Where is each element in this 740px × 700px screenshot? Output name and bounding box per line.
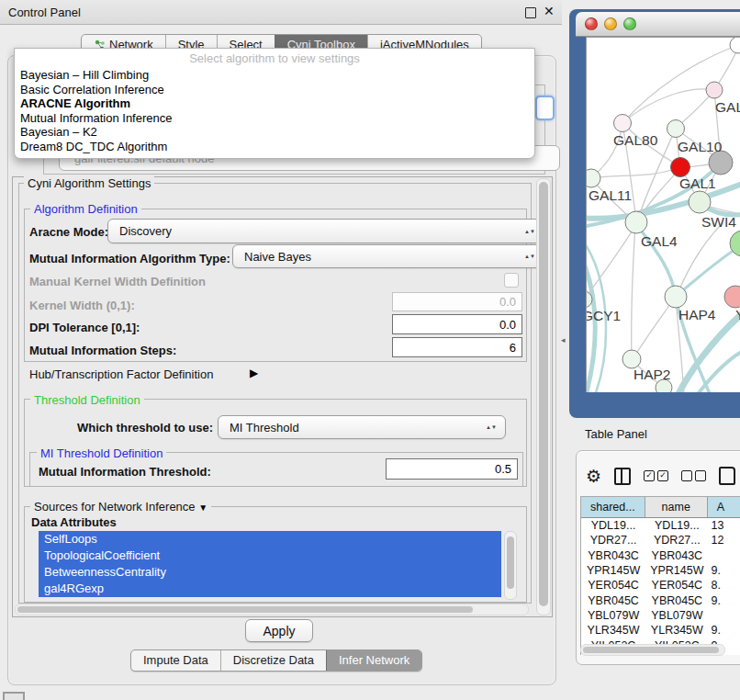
table-cell: YLR345W (581, 623, 645, 638)
node-label-SWI4: SWI4 (701, 214, 736, 230)
network-edge[interactable] (633, 298, 675, 358)
data-attribute-item[interactable]: gal4RGexp (39, 581, 501, 597)
algorithm-option[interactable]: Mutual Information Inference (19, 111, 530, 126)
tab-impute-data[interactable]: Impute Data (131, 650, 220, 671)
dpi-tolerance-label: DPI Tolerance [0,1]: (29, 321, 140, 334)
data-attribute-item[interactable]: SelfLoops (39, 531, 501, 548)
collapse-arrow-icon[interactable]: ▼ (198, 502, 207, 513)
algorithm-option[interactable]: Basic Correlation Inference (19, 83, 530, 97)
scrollbar-thumb[interactable] (17, 606, 473, 613)
window-zoom-icon[interactable] (623, 17, 636, 30)
algorithm-combo-focus-edge[interactable] (535, 96, 555, 120)
table-cell: YBR045C (645, 593, 708, 607)
node-label-HAP4: HAP4 (678, 307, 716, 322)
table-cell (709, 548, 740, 563)
table-cell: YBL079W (645, 608, 708, 623)
data-attributes-label: Data Attributes (31, 515, 117, 529)
table-rows: YDL19...YDL19...13YDR27...YDR27...12YBR0… (581, 518, 740, 653)
algorithm-option[interactable]: ARACNE Algorithm (19, 96, 530, 111)
close-panel-icon[interactable]: ✕ (544, 4, 555, 18)
split-view-icon[interactable] (614, 468, 631, 485)
table-cell: YER054C (645, 578, 708, 593)
table-row[interactable]: YDR27...YDR27...12 (581, 533, 740, 548)
node-GAL4[interactable] (625, 211, 647, 233)
attributes-vertical-scrollbar[interactable] (504, 531, 517, 600)
expand-arrow-icon[interactable]: ▶ (250, 367, 258, 379)
deselect-all-columns-icon[interactable] (681, 470, 706, 481)
hub-definition-label: Hub/Transcription Factor Definition (29, 367, 213, 381)
table-row[interactable]: YLR345WYLR345W9. (581, 623, 740, 638)
node-HAP2[interactable] (622, 350, 641, 368)
mi-threshold-field[interactable]: 0.5 (386, 458, 518, 480)
table-row[interactable]: YBR045CYBR045C9. (581, 593, 740, 607)
network-edge[interactable] (677, 223, 723, 296)
column-header-clipped[interactable]: A (708, 497, 740, 517)
column-header-name[interactable]: name (645, 497, 708, 517)
table-row[interactable]: YBR043CYBR043C (581, 548, 740, 563)
node-label-Y: Y (735, 307, 740, 322)
node-SWI4[interactable] (689, 191, 711, 213)
node-unlabeled-top[interactable] (730, 38, 740, 53)
dpi-tolerance-field[interactable]: 0.0 (392, 314, 522, 334)
table-cell: 13 (709, 518, 740, 533)
network-edge[interactable] (592, 167, 679, 178)
aracne-mode-label: Aracne Mode: (29, 225, 108, 239)
tab-infer-network[interactable]: Infer Network (326, 650, 421, 671)
table-row[interactable]: YDL19...YDL19...13 (581, 518, 740, 533)
kernel-width-field[interactable]: 0.0 (392, 292, 522, 311)
network-canvas[interactable]: GALGAL80GAL10GAL1GAL11GAL4SWI4GCY1HAP4YH… (586, 37, 740, 392)
mi-steps-field[interactable]: 6 (392, 337, 522, 357)
which-threshold-combo[interactable]: MI Threshold ▲▼ (218, 415, 506, 439)
network-edge[interactable] (632, 224, 635, 358)
scrollbar-thumb[interactable] (539, 182, 548, 606)
dock-mini-icon[interactable] (3, 692, 25, 700)
node-salmon[interactable] (724, 286, 740, 308)
table-row[interactable]: YPR145WYPR145W9. (581, 563, 740, 578)
stepper-icon: ▲▼ (486, 425, 497, 430)
network-edge[interactable] (592, 123, 622, 177)
data-attribute-item[interactable]: BetweennessCentrality (39, 564, 501, 581)
settings-vertical-scrollbar[interactable] (536, 178, 551, 615)
node-GAL11[interactable] (587, 169, 600, 187)
aracne-mode-combo[interactable]: Discovery ▲▼ (107, 219, 544, 243)
gear-icon[interactable]: ⚙ (586, 468, 601, 485)
algorithm-option[interactable]: Bayesian – Hill Climbing (19, 68, 530, 83)
node-gal-top[interactable] (706, 82, 723, 98)
window-minimize-icon[interactable] (604, 17, 617, 30)
split-collapse-arrow-icon[interactable]: ◂ (561, 335, 566, 344)
table-row[interactable]: YER054CYER054C8. (581, 578, 740, 593)
algorithm-option[interactable]: Bayesian – K2 (19, 125, 530, 140)
float-window-icon[interactable] (525, 7, 536, 18)
scrollbar-thumb[interactable] (507, 536, 514, 589)
node-label-GCY1: GCY1 (587, 308, 621, 323)
select-all-columns-icon[interactable]: ✓✓ (644, 470, 668, 481)
settings-horizontal-scrollbar[interactable] (15, 604, 529, 615)
table-cell: 8. (709, 578, 740, 593)
algorithm-option[interactable]: Dream8 DC_TDC Algorithm (19, 140, 530, 154)
column-header-shared-name[interactable]: shared... (581, 497, 645, 517)
mi-algorithm-type-combo[interactable]: Naive Bayes ▲▼ (232, 244, 544, 268)
table-horizontal-scrollbar[interactable] (580, 644, 725, 656)
table-cell: YDL19... (581, 518, 645, 533)
tab-discretize-data[interactable]: Discretize Data (220, 650, 326, 671)
document-icon[interactable] (719, 467, 735, 485)
network-window-titlebar[interactable] (576, 12, 740, 37)
which-threshold-label: Which threshold to use: (77, 421, 213, 435)
window-close-icon[interactable] (585, 17, 598, 30)
node-label-GAL1: GAL1 (679, 175, 716, 191)
table-row[interactable]: YBL079WYBL079W (581, 608, 740, 623)
scrollbar-thumb[interactable] (583, 647, 719, 653)
manual-kernel-checkbox[interactable] (504, 273, 519, 288)
network-edge[interactable] (587, 256, 595, 392)
table-cell: YBR043C (645, 548, 708, 563)
node-GAL80[interactable] (614, 115, 632, 132)
node-HAP4[interactable] (665, 286, 687, 308)
table-cell: YDR27... (581, 533, 645, 548)
node-GAL1[interactable] (671, 158, 690, 177)
apply-button[interactable]: Apply (245, 619, 313, 642)
mi-threshold-group-title: MI Threshold Definition (37, 446, 166, 460)
table-panel-toolbar: ⚙ ✓✓ (586, 463, 740, 489)
data-attribute-item[interactable]: TopologicalCoefficient (39, 548, 501, 564)
node-label-GAL10: GAL10 (678, 139, 723, 154)
node-GAL10[interactable] (667, 120, 685, 138)
